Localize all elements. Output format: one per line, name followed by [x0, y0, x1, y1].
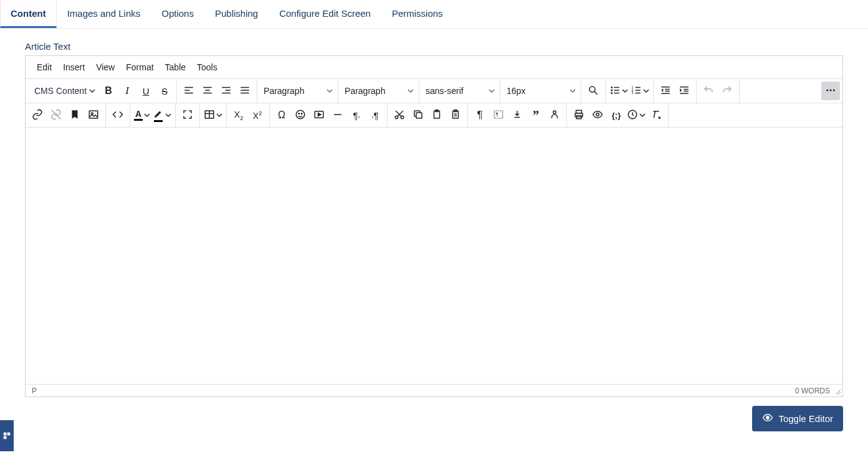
underline-icon: U	[143, 86, 150, 96]
svg-line-17	[594, 92, 598, 95]
tab-configure-edit-screen[interactable]: Configure Edit Screen	[269, 0, 381, 28]
show-invisible-button[interactable]: ¶	[470, 106, 489, 124]
outdent-icon	[660, 85, 671, 98]
paste-icon	[431, 109, 442, 122]
search-icon	[588, 85, 599, 98]
align-right-button[interactable]	[217, 82, 236, 100]
align-center-button[interactable]	[198, 82, 217, 100]
insert-datetime-button[interactable]	[626, 106, 647, 124]
outdent-button[interactable]	[656, 82, 675, 100]
clock-icon	[627, 109, 638, 122]
chevron-down-icon	[639, 110, 646, 120]
style-format-select[interactable]: Paragraph	[338, 79, 419, 103]
menu-insert[interactable]: Insert	[58, 60, 90, 75]
emoji-button[interactable]	[291, 106, 310, 124]
svg-rect-57	[416, 113, 422, 118]
template-button[interactable]	[545, 106, 564, 124]
svg-text:¶: ¶	[496, 111, 498, 117]
sidebar-stub[interactable]	[0, 420, 14, 438]
superscript-button[interactable]: X2	[248, 106, 267, 124]
horizontal-rule-button[interactable]	[328, 106, 347, 124]
copy-button[interactable]	[409, 106, 427, 124]
source-code-button[interactable]	[108, 106, 127, 124]
code-sample-icon: {;}	[612, 111, 621, 120]
table-icon	[204, 109, 215, 122]
text-color-button[interactable]: A	[133, 106, 151, 124]
menu-tools[interactable]: Tools	[192, 60, 222, 75]
editor-container: Edit Insert View Format Table Tools CMS …	[25, 55, 843, 397]
svg-rect-74	[4, 433, 7, 436]
table-button[interactable]	[203, 106, 224, 124]
clear-formatting-icon	[651, 109, 662, 122]
italic-icon: I	[125, 85, 129, 97]
template-icon	[549, 109, 560, 122]
cut-button[interactable]	[390, 106, 409, 124]
print-button[interactable]	[570, 106, 588, 124]
nonbreaking-button[interactable]	[508, 106, 527, 124]
print-icon	[573, 109, 584, 122]
font-family-select[interactable]: sans-serif	[419, 79, 500, 103]
code-sample-button[interactable]: {;}	[607, 106, 626, 124]
toggle-editor-button[interactable]: Toggle Editor	[752, 406, 843, 431]
toggle-editor-label: Toggle Editor	[778, 413, 833, 424]
word-count[interactable]: 0 WORDS	[795, 387, 830, 395]
align-justify-icon	[239, 85, 250, 98]
tab-options[interactable]: Options	[151, 0, 204, 28]
paste-text-button[interactable]	[446, 106, 465, 124]
menu-format[interactable]: Format	[121, 60, 158, 75]
find-replace-button[interactable]	[584, 82, 603, 100]
underline-button[interactable]: U	[136, 82, 155, 100]
tab-images-links[interactable]: Images and Links	[57, 0, 151, 28]
numbered-list-button[interactable]: 123	[629, 82, 651, 100]
align-justify-button[interactable]	[236, 82, 254, 100]
link-button[interactable]	[28, 106, 47, 124]
omega-icon: Ω	[278, 110, 285, 121]
ltr-button[interactable]: ¶›	[347, 106, 366, 124]
background-color-button[interactable]	[151, 106, 173, 124]
editor-content-area[interactable]	[26, 128, 842, 384]
menu-table[interactable]: Table	[160, 60, 191, 75]
article-text-label: Article Text	[25, 41, 843, 52]
subscript-button[interactable]: X2	[229, 106, 248, 124]
tab-publishing[interactable]: Publishing	[204, 0, 269, 28]
more-toolbar-button[interactable]	[821, 82, 840, 100]
anchor-button[interactable]	[65, 106, 84, 124]
element-path[interactable]: P	[29, 387, 37, 395]
font-size-select[interactable]: 16px	[500, 79, 581, 103]
chevron-down-icon	[643, 86, 649, 96]
fullscreen-button[interactable]	[178, 106, 197, 124]
menu-edit[interactable]: Edit	[32, 60, 57, 75]
image-button[interactable]	[84, 106, 103, 124]
blockquote-button[interactable]: ”	[527, 106, 545, 124]
indent-button[interactable]	[675, 82, 694, 100]
clear-formatting-button[interactable]	[647, 106, 665, 124]
special-character-button[interactable]: Ω	[272, 106, 291, 124]
menu-view[interactable]: View	[91, 60, 120, 75]
cms-content-dropdown[interactable]: CMS Content	[28, 82, 99, 100]
show-blocks-button[interactable]: ¶	[489, 106, 508, 124]
tab-permissions[interactable]: Permissions	[381, 0, 454, 28]
highlight-icon	[153, 108, 164, 122]
cut-icon	[394, 109, 405, 122]
resize-handle[interactable]	[834, 388, 841, 395]
align-left-button[interactable]	[179, 82, 198, 100]
svg-rect-75	[7, 433, 11, 436]
bold-button[interactable]: B	[99, 82, 118, 100]
strikethrough-button[interactable]: S	[155, 82, 174, 100]
svg-point-39	[830, 89, 832, 91]
ellipsis-icon	[825, 85, 836, 98]
media-button[interactable]	[310, 106, 328, 124]
undo-button[interactable]	[699, 82, 718, 100]
editor-toolbar-row-1: CMS Content B I U S Paragraph Paragraph	[26, 79, 842, 103]
bullet-list-button[interactable]	[608, 82, 629, 100]
svg-point-73	[766, 416, 770, 420]
rtl-button[interactable]: ‹¶	[366, 106, 384, 124]
tab-content[interactable]: Content	[0, 0, 57, 28]
bold-icon: B	[105, 85, 112, 96]
block-format-select[interactable]: Paragraph	[257, 79, 338, 103]
redo-button[interactable]	[718, 82, 737, 100]
unlink-button[interactable]	[47, 106, 65, 124]
italic-button[interactable]: I	[118, 82, 136, 100]
paste-button[interactable]	[427, 106, 446, 124]
preview-button[interactable]	[588, 106, 607, 124]
